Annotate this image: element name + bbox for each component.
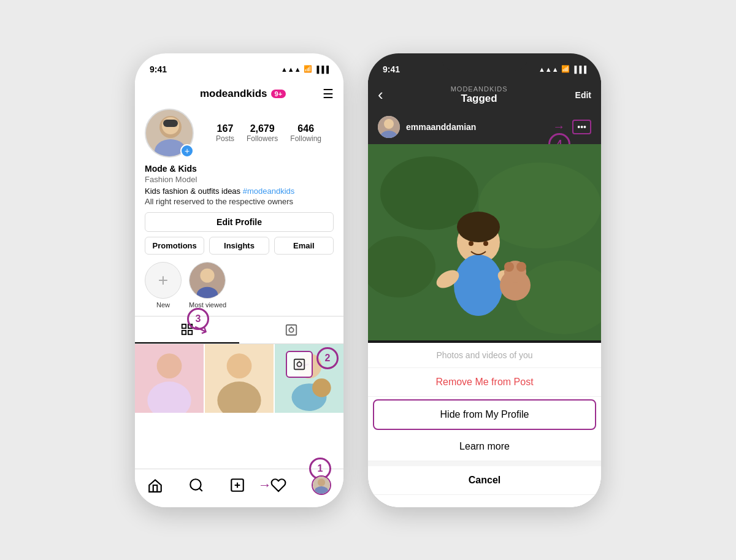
svg-point-28 xyxy=(190,479,201,489)
svg-line-29 xyxy=(199,488,202,491)
avatar-wrap: + xyxy=(145,109,194,158)
tagged-tab[interactable] xyxy=(239,316,343,343)
photo-cell-2[interactable] xyxy=(205,344,274,413)
edit-profile-button[interactable]: Edit Profile xyxy=(145,212,334,232)
remove-me-item[interactable]: Remove Me from Post xyxy=(368,368,601,397)
battery-icon: ▐▐▐ xyxy=(315,66,329,73)
left-screen: modeandkids 9+ ☰ xyxy=(135,80,343,507)
profile-tagline: Fashion Model xyxy=(145,175,334,184)
followers-label: Followers xyxy=(247,134,278,143)
tagged-header: ‹ MODEANDKIDS Tagged Edit xyxy=(368,80,601,110)
nav-profile[interactable] xyxy=(312,475,331,495)
profile-username-row: modeandkids 9+ xyxy=(200,88,286,100)
signal-icon: ▲▲▲ xyxy=(281,66,301,73)
annotation-arrow: → xyxy=(553,120,565,134)
svg-rect-4 xyxy=(163,120,178,127)
svg-point-16 xyxy=(157,353,182,378)
cancel-button[interactable]: Cancel xyxy=(368,466,601,495)
avatar-add-button[interactable]: + xyxy=(180,144,194,158)
photos-videos-item[interactable]: Photos and videos of you xyxy=(368,343,601,368)
svg-point-13 xyxy=(289,328,293,332)
svg-point-45 xyxy=(457,212,500,242)
tagged-user-row-actions: → ••• xyxy=(482,120,591,134)
tagged-icon-highlight xyxy=(286,351,313,378)
nav-home[interactable] xyxy=(147,477,163,493)
edit-button[interactable]: Edit xyxy=(575,90,591,100)
right-phone: 9:41 ▲▲▲ 📶 ▐▐▐ ‹ MODEANDKIDS Tagged Edit xyxy=(368,53,601,507)
right-time: 9:41 xyxy=(383,64,400,74)
context-menu-wrapper: Photos and videos of you Remove Me from … xyxy=(368,343,601,507)
posts-label: Posts xyxy=(216,134,234,143)
left-notch xyxy=(196,53,282,71)
nav-activity[interactable]: → xyxy=(270,477,286,493)
hide-from-profile-item[interactable]: Hide from My Profile xyxy=(373,399,596,430)
context-menu-separator xyxy=(368,461,601,466)
svg-point-37 xyxy=(384,119,394,129)
svg-point-24 xyxy=(312,378,331,397)
svg-rect-25 xyxy=(294,359,305,369)
right-wifi-icon: 📶 xyxy=(561,65,570,73)
svg-rect-8 xyxy=(182,324,186,328)
hide-from-profile-wrapper: Hide from My Profile xyxy=(368,397,601,432)
svg-point-6 xyxy=(200,268,214,282)
notification-badge[interactable]: 9+ xyxy=(271,90,286,98)
tagged-photo xyxy=(368,144,601,340)
profile-bio2: All right reserved to the respective own… xyxy=(145,197,334,206)
tagged-username: emmaanddamian xyxy=(406,122,476,132)
svg-rect-11 xyxy=(188,330,192,334)
svg-point-52 xyxy=(516,262,526,272)
svg-point-53 xyxy=(469,241,473,246)
promotions-button[interactable]: Promotions xyxy=(145,237,204,255)
svg-point-19 xyxy=(227,353,252,378)
followers-number: 2,679 xyxy=(247,123,278,134)
svg-point-51 xyxy=(504,262,514,272)
stats-row: 167 Posts 2,679 Followers 646 Following xyxy=(204,123,334,143)
svg-point-46 xyxy=(454,255,503,316)
story-most-viewed[interactable]: Most viewed xyxy=(189,262,226,309)
following-number: 646 xyxy=(290,123,321,134)
learn-more-item[interactable]: Learn more xyxy=(368,432,601,461)
right-screen: ‹ MODEANDKIDS Tagged Edit emmaanddamian xyxy=(368,80,601,507)
left-phone: 9:41 ▲▲▲ 📶 ▐▐▐ modeandkids 9+ ☰ xyxy=(135,53,343,507)
tagged-title: Tagged xyxy=(451,93,508,105)
right-battery-icon: ▐▐▐ xyxy=(572,66,586,73)
svg-point-54 xyxy=(483,241,488,246)
wifi-icon: 📶 xyxy=(304,65,312,73)
photo-cell-1[interactable] xyxy=(135,344,204,413)
tagged-subtitle: MODEANDKIDS xyxy=(451,85,508,93)
posts-number: 167 xyxy=(216,123,234,134)
right-signal-icon: ▲▲▲ xyxy=(539,66,559,73)
insights-button[interactable]: Insights xyxy=(209,237,269,255)
photo-grid: 2 ↙ 3 ↘ xyxy=(135,344,343,413)
context-menu: Photos and videos of you Remove Me from … xyxy=(368,343,601,507)
tab-icons-row xyxy=(135,316,343,344)
page-container: 9:41 ▲▲▲ 📶 ▐▐▐ modeandkids 9+ ☰ xyxy=(0,0,736,560)
profile-bio: Kids fashion & outfits ideas #modeandkid… xyxy=(145,186,334,196)
tagged-user-avatar xyxy=(378,116,400,138)
story-most-viewed-circle xyxy=(189,262,226,299)
stat-followers: 2,679 Followers xyxy=(247,123,278,143)
stories-row: + New Most viewed xyxy=(135,262,343,316)
profile-header: modeandkids 9+ ☰ xyxy=(135,80,343,255)
story-new-label: New xyxy=(145,301,182,309)
stat-following: 646 Following xyxy=(290,123,321,143)
story-new-circle: + xyxy=(145,262,182,299)
svg-point-34 xyxy=(317,478,324,486)
hamburger-menu[interactable]: ☰ xyxy=(323,86,334,101)
photo-2 xyxy=(205,344,274,413)
back-button[interactable]: ‹ xyxy=(378,85,383,104)
profile-info-row: + 167 Posts 2,679 Followers 646 xyxy=(145,109,334,158)
right-notch xyxy=(442,53,527,71)
story-new[interactable]: + New xyxy=(145,262,182,309)
email-button[interactable]: Email xyxy=(274,237,334,255)
right-status-icons: ▲▲▲ 📶 ▐▐▐ xyxy=(539,65,586,73)
story-most-viewed-label: Most viewed xyxy=(189,301,226,309)
following-label: Following xyxy=(290,134,321,143)
nav-add[interactable]: 1 xyxy=(229,477,245,493)
tagged-header-center: MODEANDKIDS Tagged xyxy=(451,85,508,105)
nav-search[interactable] xyxy=(188,477,204,493)
profile-name: Mode & Kids xyxy=(145,164,334,174)
left-time: 9:41 xyxy=(150,64,167,74)
more-options-button[interactable]: ••• xyxy=(572,120,591,134)
profile-top-bar: modeandkids 9+ ☰ xyxy=(145,86,334,101)
